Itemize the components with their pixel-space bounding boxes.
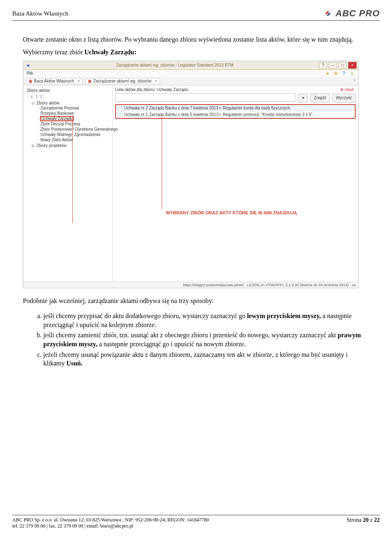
after-paragraph: Podobnie jak wcześniej, zarządzanie akta… [23, 296, 369, 305]
acts-list: 📄 Uchwała nr 2 Zarządu Banku z dnia 7 kw… [115, 104, 356, 119]
tree-item[interactable]: Nowy Zbiór Aktów [37, 137, 110, 143]
tool-settings-icon[interactable]: ⚙ [333, 71, 339, 76]
tree-item[interactable]: Zbiór Postanowień Dyrektora Generalnego [37, 127, 110, 132]
find-button[interactable]: Znajdź [310, 94, 330, 102]
document-icon: 📄 [118, 112, 122, 117]
window-close-icon[interactable]: × [348, 62, 356, 69]
tree-tool-2[interactable]: 2 [40, 94, 42, 99]
tree-item-selected[interactable]: Uchwały Zarządu [37, 116, 110, 121]
intro-paragraph-2: Wybierzmy teraz zbiór Uchwały Zarządu: [23, 48, 380, 57]
menu-file[interactable]: Plik [27, 71, 33, 76]
tree-tool-1[interactable]: 1 [36, 94, 38, 99]
search-input[interactable] [115, 94, 296, 102]
document-icon: 📄 [118, 106, 122, 110]
back-icon[interactable]: ◄ [25, 62, 31, 68]
window-minimize-icon[interactable]: – [329, 62, 337, 69]
list-item[interactable]: 📄 Uchwała nr 2 Zarządu Banku z dnia 7 kw… [116, 105, 355, 111]
status-ca: ca [352, 283, 356, 287]
tree-root[interactable]: Zbiory aktów Zarządzenia Prezesa Przepis… [31, 100, 110, 143]
tool-star-icon[interactable]: ★ [325, 71, 330, 76]
footer-company: ABC PRO Sp. z o.o. ul. Owsiana 12; 03-82… [12, 517, 209, 529]
list-item-c: jeżeli chcemy usunąć powiązanie aktu z d… [43, 350, 369, 368]
tree-tool-expand-icon[interactable]: ⋮≡ [27, 94, 33, 99]
sidebar-title: Zbiory aktów [27, 88, 111, 93]
list-item-b: jeśli chcemy zamienić zbiór, tzn. usunąć… [43, 331, 369, 348]
clear-button[interactable]: Wyczyść [332, 94, 356, 102]
tree-collapsed[interactable]: Zbiory projektów [31, 143, 110, 148]
tree-item[interactable]: Uchwały Walnego Zgromadzenia [37, 132, 110, 137]
main-panel-title: Lista aktów dla zbioru: Uchwały Zarządu [115, 87, 356, 92]
delete-button[interactable]: ✕ Usuń [340, 87, 354, 92]
status-url: https://stage2.prawomiejscowe.pl/ws/ [183, 283, 244, 287]
window-maximize-icon[interactable]: □ [339, 62, 347, 69]
tab-close-icon[interactable]: × [153, 79, 157, 83]
page-number: Strona 20 z 22 [347, 517, 380, 529]
logo-icon [323, 8, 333, 19]
callout-label: WYBRANY ZBIÓR ORAZ AKTY KTÓRE SIĘ W NIM … [166, 210, 297, 215]
window-help-icon[interactable]: ? [319, 62, 327, 69]
tool-exit-icon[interactable]: ⎋ [349, 71, 355, 76]
tree-item[interactable]: Zarządzenia Prezesa [37, 105, 110, 111]
brand-text: ABC PRO [336, 8, 380, 19]
sidebar-tree[interactable]: Zbiory aktów Zarządzenia Prezesa Przepis… [25, 100, 111, 149]
tabs-close-all-icon[interactable]: × [353, 78, 356, 84]
dropdown-icon[interactable]: ▾ [298, 94, 308, 102]
list-item[interactable]: 📄 Uchwała nr 1 Zarządu Banku z dnia 5 kw… [116, 111, 355, 118]
tool-help-icon[interactable]: ? [341, 71, 347, 76]
brand-logo: ABC PRO [323, 8, 380, 19]
header-title: Baza Aktów Własnych [12, 10, 68, 17]
app-window: ◄ Zarządzanie aktami wg. zbiorów - Legis… [23, 61, 359, 288]
intro-paragraph-1: Otwarte zostanie okno z listą zbiorów. P… [23, 36, 380, 44]
tab-close-icon[interactable]: × [76, 79, 80, 83]
tab-zarzadzanie[interactable]: ▣ Zarządzanie aktami wg. zbiorów × [85, 78, 160, 84]
tree-item[interactable]: Przepisy Bankowe [37, 111, 110, 116]
tab-baza-aktow[interactable]: ▣ Baza Aktów Własnych × [26, 78, 82, 84]
status-license: LICENCJA OTWARTA, 2.1.0.35 (Ważna do 24 … [247, 283, 349, 287]
tree-item[interactable]: Zbiór Decyzji Prezesa [37, 121, 110, 127]
delete-icon: ✕ [340, 87, 343, 92]
window-title: Zarządzanie aktami wg. zbiorów - Legisla… [31, 63, 319, 67]
list-item-a: jeśli chcemy przypisać do aktu dodatkowe… [43, 312, 369, 329]
